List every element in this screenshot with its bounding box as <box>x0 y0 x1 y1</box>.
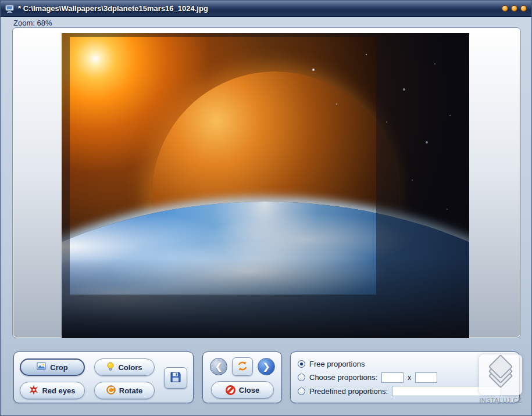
colors-button-label: Colors <box>118 363 142 372</box>
close-button[interactable]: Close <box>211 381 274 399</box>
close-button-label: Close <box>239 386 259 395</box>
choose-proportions-label: Choose proportions: <box>309 373 377 382</box>
next-image-button[interactable]: ❯ <box>258 358 275 375</box>
rotate-icon <box>106 385 116 396</box>
crop-selection[interactable] <box>70 37 376 295</box>
image-frame <box>12 27 521 338</box>
red-eyes-button-label: Red eyes <box>42 386 75 395</box>
crop-button-label: Crop <box>50 363 67 372</box>
proportion-width-input[interactable] <box>381 372 404 383</box>
image-canvas[interactable] <box>62 33 469 338</box>
navigation-panel: ❮ ❯ Close <box>202 352 282 403</box>
red-eye-icon <box>29 385 38 396</box>
tools-panel: Crop Colors Red eyes <box>13 352 194 403</box>
title-bar: * C:\Images\Wallpapers\3dplanete15mars16… <box>1 1 531 17</box>
maximize-button[interactable] <box>511 5 517 12</box>
free-proportions-radio[interactable] <box>298 360 305 368</box>
colors-button[interactable]: Colors <box>94 358 155 376</box>
zoom-level: Zoom: 68% <box>13 19 52 27</box>
window-controls <box>502 5 527 12</box>
watermark: INSTALUJ.CZ <box>477 354 524 404</box>
proportion-height-input[interactable] <box>415 372 437 383</box>
red-eyes-button[interactable]: Red eyes <box>20 382 85 399</box>
save-icon <box>169 371 182 385</box>
stars <box>62 33 63 34</box>
sync-arrows-icon <box>237 361 248 373</box>
free-proportions-label: Free proportions <box>309 360 365 368</box>
crop-button[interactable]: Crop <box>20 358 85 376</box>
watermark-text: INSTALUJ.CZ <box>477 397 524 404</box>
lightbulb-icon <box>106 362 115 373</box>
watermark-logo <box>479 354 522 395</box>
crop-icon <box>37 362 47 372</box>
rotate-button[interactable]: Rotate <box>94 382 155 399</box>
close-icon <box>226 385 235 395</box>
arrow-right-icon: ❯ <box>263 361 270 372</box>
window-title: * C:\Images\Wallpapers\3dplanete15mars16… <box>18 4 498 13</box>
app-window: * C:\Images\Wallpapers\3dplanete15mars16… <box>0 0 532 416</box>
previous-image-button[interactable]: ❮ <box>210 358 227 375</box>
proportion-x-separator: x <box>408 374 411 382</box>
choose-proportions-radio[interactable] <box>298 374 305 381</box>
arrow-left-icon: ❮ <box>215 361 223 372</box>
minimize-button[interactable] <box>502 5 508 12</box>
rotate-button-label: Rotate <box>119 386 142 395</box>
predefined-proportions-label: Predefined proportions: <box>309 387 388 396</box>
reload-button[interactable] <box>232 357 253 376</box>
save-button[interactable] <box>164 367 187 389</box>
predefined-proportions-radio[interactable] <box>298 388 305 395</box>
app-icon <box>5 5 15 13</box>
close-window-button[interactable] <box>520 5 527 12</box>
